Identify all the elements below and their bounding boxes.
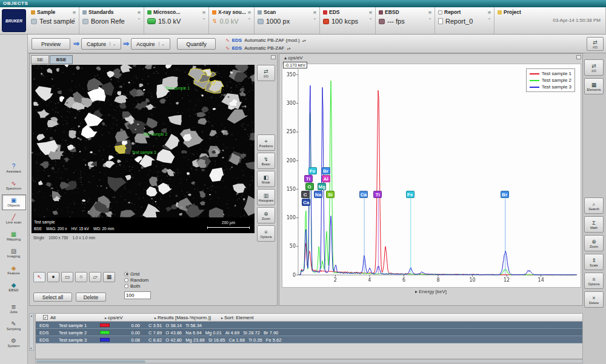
results-vertical-scrollbar[interactable]: ▴▾: [29, 313, 34, 351]
positions-button[interactable]: ⌖Positions: [257, 134, 275, 151]
select-all-button[interactable]: Select all: [33, 293, 72, 302]
image-io-button[interactable]: ⇄I/O: [257, 65, 275, 81]
element-marker-mg[interactable]: Mg: [318, 183, 326, 190]
element-marker-fe[interactable]: Fe: [406, 191, 415, 198]
toolbar-panel-project[interactable]: Project 03-Apr-14 1:50:38 PM: [494, 7, 606, 34]
element-marker-o[interactable]: O: [305, 183, 314, 190]
tab-se[interactable]: SE: [31, 55, 49, 64]
polygon-tool-button[interactable]: ▱: [89, 272, 101, 282]
spinner-icon[interactable]: ▴▾: [302, 38, 306, 42]
scrollbar-thumb[interactable]: [36, 360, 145, 363]
toolbar-panel-xray[interactable]: X-ray sou... ↯0.0 kV ≋⌄: [209, 7, 255, 34]
sidebar-item-ebsd[interactable]: ◆EBSD: [2, 279, 26, 295]
element-marker-ti[interactable]: Ti: [304, 175, 313, 182]
objects-icon: ▣: [11, 197, 16, 204]
capture-button[interactable]: Capture⌄: [81, 38, 121, 50]
radio-random[interactable]: Random: [124, 277, 148, 283]
element-marker-ti[interactable]: Ti: [373, 191, 382, 198]
result-row[interactable]: EDS Test sample 2 0.00 C 7.89 O 43.86 Na…: [36, 329, 582, 336]
element-marker-na[interactable]: Na: [314, 191, 322, 198]
mode-button[interactable]: ◧Mode: [257, 171, 275, 187]
cps-header[interactable]: ▸cps/eV: [105, 315, 122, 320]
panel-controls[interactable]: ≋⌄: [246, 10, 253, 20]
sidebar-item-line-scan[interactable]: ╱Line scan: [2, 211, 26, 227]
element-marker-fe[interactable]: Fe: [308, 167, 317, 174]
spectrum-io-button[interactable]: ⇄I/O: [584, 59, 604, 76]
delete-objects-button[interactable]: Delete: [76, 293, 106, 302]
chevron-down-icon[interactable]: ⌄: [159, 42, 165, 46]
panel-controls[interactable]: ≋⌄: [136, 10, 142, 20]
sidebar-item-objects[interactable]: ▣Objects: [2, 194, 26, 210]
math-button[interactable]: ΣMath: [584, 216, 604, 233]
sidebar-item-system[interactable]: ⚙System: [2, 335, 26, 351]
sidebar-item-jobs[interactable]: ≣Jobs: [2, 301, 26, 317]
panel-controls[interactable]: ≋⌄: [71, 10, 78, 20]
sidebar-item-spectrum[interactable]: ∿Spectrum: [2, 177, 26, 193]
spectrum-options-button[interactable]: ≡Options: [584, 273, 604, 289]
sidebar-item-mapping[interactable]: ▦Mapping: [2, 228, 26, 244]
count-input[interactable]: [124, 291, 151, 299]
sem-image[interactable]: [32, 65, 255, 217]
result-row[interactable]: EDS Test sample 1 0.00 C 3.51 O 38.14 Ti…: [36, 322, 582, 329]
rectangle-tool-button[interactable]: ▭: [61, 272, 73, 282]
grid-tool-button[interactable]: ▦: [103, 272, 115, 282]
cursor-tool-button[interactable]: ↖: [33, 272, 45, 282]
element-marker-br[interactable]: Br: [322, 167, 330, 174]
result-row[interactable]: EDS Test sample 3 0.08 C 8.82 O 42.80 Mg…: [36, 336, 582, 343]
row-cps: 0.00: [116, 323, 140, 328]
elements-button[interactable]: ▦Elements: [584, 78, 604, 94]
acquire-button[interactable]: Acquire⌄: [131, 38, 170, 50]
radio-both[interactable]: Both: [124, 283, 148, 289]
beam-button[interactable]: ↯Beam: [257, 153, 275, 169]
element-marker-br[interactable]: Br: [501, 191, 509, 198]
sidebar-item-assistant[interactable]: ?Assistant: [2, 160, 26, 176]
element-marker-ca[interactable]: Ca: [359, 191, 368, 198]
options-button[interactable]: ≡Options: [257, 225, 275, 242]
image-side-toolbar: ⇄I/O ⌖Positions ↯Beam ◧Mode ▥Histogram ⊕…: [257, 65, 275, 243]
element-marker-c[interactable]: C: [301, 191, 310, 198]
zoom-button[interactable]: ⊕Zoom: [257, 207, 275, 223]
toolbar-panel-report[interactable]: Report Report_0 ≋⌄: [435, 7, 494, 34]
chevron-down-icon[interactable]: ⌄: [110, 42, 116, 46]
results-header-label[interactable]: ▸Results [Mass-%(norm.)]: [155, 315, 211, 320]
method-row[interactable]: ∿ EDS Automatic PB-ZAF (mod.) ▴▾: [225, 36, 306, 44]
radio-grid[interactable]: Grid: [124, 271, 148, 277]
spinner-icon[interactable]: ▴▾: [287, 46, 290, 50]
panel-controls[interactable]: ≋⌄: [367, 10, 374, 20]
element-marker-al[interactable]: Al: [322, 175, 330, 182]
toolbar-panel-microscope[interactable]: Microsco... 15.0 kV ≋⌄: [144, 7, 209, 34]
tab-bse[interactable]: BSE: [50, 55, 73, 64]
toolbar-panel-eds[interactable]: EDS 100 kcps ≋⌄: [320, 7, 376, 34]
panel-controls[interactable]: ≋⌄: [311, 10, 318, 20]
scale-button[interactable]: ⇕Scale: [584, 254, 604, 270]
toolbar-panel-ebsd[interactable]: EBSD --- fps ≋⌄: [376, 7, 435, 34]
sidebar-item-scripting[interactable]: ✎Scripting: [2, 318, 26, 334]
element-marker-ca[interactable]: Ca: [302, 199, 310, 206]
restore-icon[interactable]: [271, 55, 276, 59]
point-tool-button[interactable]: ●: [47, 272, 59, 282]
ellipse-tool-button[interactable]: ○: [75, 272, 87, 282]
spectrum-zoom-button[interactable]: ⊕Zoom: [584, 235, 604, 251]
search-button[interactable]: ⌕Search: [584, 197, 604, 214]
toolbar-panel-standards[interactable]: Standards Boron Refe ≋⌄: [79, 7, 144, 34]
sidebar-item-imaging[interactable]: ▨Imaging: [2, 245, 26, 261]
toolbar-panel-scan[interactable]: Scan 1000 px ≋⌄: [255, 7, 320, 34]
element-marker-si[interactable]: Si: [326, 191, 335, 198]
all-checkbox[interactable]: ✓: [43, 315, 48, 320]
quantify-button[interactable]: Quantify: [177, 38, 216, 50]
panel-controls[interactable]: ≋⌄: [486, 10, 493, 20]
sem-image-area[interactable]: Test sample 1Test sample 2Test sample 3 …: [32, 65, 255, 233]
sidebar-item-feature[interactable]: ◈Feature: [2, 262, 26, 278]
toolbar-panel-sample[interactable]: Sample Test sample ≋⌄: [28, 7, 79, 34]
sort-header[interactable]: ▸Sort: Element: [221, 315, 253, 320]
method-row[interactable]: ∿ EDS Automatic PB-ZAF ▴▾: [225, 44, 306, 52]
preview-button[interactable]: Preview: [32, 38, 70, 50]
panel-controls[interactable]: ≋⌄: [427, 10, 433, 20]
histogram-button[interactable]: ▥Histogram: [257, 189, 275, 205]
panel-controls[interactable]: ≋⌄: [201, 10, 207, 20]
spectrum-delete-button[interactable]: ×Delete: [584, 291, 604, 308]
restore-icon[interactable]: [576, 55, 581, 59]
results-horizontal-scrollbar[interactable]: [35, 359, 583, 363]
row-color-chip: [100, 331, 110, 334]
io-button[interactable]: ⇄ I/O: [587, 37, 604, 51]
